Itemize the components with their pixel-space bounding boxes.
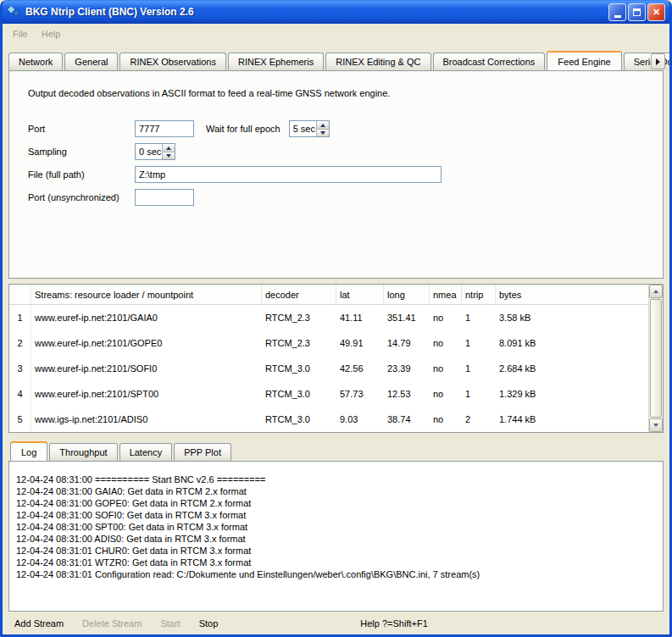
delete-stream-button[interactable]: Delete Stream bbox=[79, 617, 145, 630]
sampling-spinbox[interactable]: 0 sec bbox=[135, 143, 175, 160]
wait-epoch-label: Wait for full epoch bbox=[206, 124, 280, 134]
cell-mountpoint: www.euref-ip.net:2101/SOFI0 bbox=[31, 363, 262, 374]
header-bytes: bytes bbox=[496, 285, 648, 304]
header-nmea: nmea bbox=[430, 285, 462, 304]
spin-up-button[interactable] bbox=[316, 121, 329, 129]
tab-rinex-observations[interactable]: RINEX Observations bbox=[119, 53, 225, 70]
row-number: 2 bbox=[9, 330, 31, 356]
port-input[interactable] bbox=[135, 120, 194, 137]
cell-ntrip: 1 bbox=[462, 338, 496, 348]
streams-table: Streams: resource loader / mountpoint de… bbox=[8, 284, 664, 433]
cell-nmea: no bbox=[430, 363, 462, 374]
spin-down-button[interactable] bbox=[162, 152, 175, 159]
cell-nmea: no bbox=[430, 313, 462, 323]
spin-up-button[interactable] bbox=[162, 144, 175, 152]
maximize-button[interactable] bbox=[628, 3, 646, 21]
window-title: BKG Ntrip Client (BNC) Version 2.6 bbox=[25, 6, 608, 18]
cell-bytes: 2.684 kB bbox=[496, 363, 648, 374]
tab-latency[interactable]: Latency bbox=[119, 443, 173, 461]
log-line: 12-04-24 08:31:00 SOFI0: Get data in RTC… bbox=[16, 509, 656, 521]
cell-bytes: 1.329 kB bbox=[496, 389, 648, 399]
tab-broadcast-corrections[interactable]: Broadcast Corrections bbox=[433, 53, 546, 70]
cell-bytes: 1.744 kB bbox=[496, 414, 648, 424]
main-tab-bar: Network General RINEX Observations RINEX… bbox=[3, 44, 669, 70]
tab-log[interactable]: Log bbox=[10, 441, 47, 461]
scrollbar-thumb[interactable] bbox=[650, 299, 662, 418]
tab-rinex-editing-qc[interactable]: RINEX Editing & QC bbox=[325, 53, 430, 70]
cell-ntrip: 1 bbox=[462, 313, 496, 323]
menu-help[interactable]: Help bbox=[35, 26, 68, 42]
log-line: 12-04-24 08:31:00 ========== Start BNC v… bbox=[16, 474, 656, 485]
close-icon: ✕ bbox=[653, 7, 660, 18]
tab-ppp-plot[interactable]: PPP Plot bbox=[174, 443, 231, 461]
menu-bar: File Help bbox=[3, 24, 669, 44]
cell-long: 23.39 bbox=[384, 363, 430, 374]
add-stream-button[interactable]: Add Stream bbox=[11, 617, 67, 630]
table-row[interactable]: 3 www.euref-ip.net:2101/SOFI0 RTCM_3.0 4… bbox=[9, 356, 648, 381]
arrow-up-icon bbox=[653, 290, 658, 293]
cell-long: 38.74 bbox=[384, 414, 430, 424]
table-row[interactable]: 4 www.euref-ip.net:2101/SPT00 RTCM_3.0 5… bbox=[9, 381, 648, 407]
tab-throughput[interactable]: Throughput bbox=[49, 443, 117, 461]
stop-button[interactable]: Stop bbox=[196, 617, 222, 630]
cell-mountpoint: www.euref-ip.net:2101/SPT00 bbox=[31, 389, 262, 399]
help-hint: Help ?=Shift+F1 bbox=[360, 618, 428, 629]
table-row[interactable]: 2 www.euref-ip.net:2101/GOPE0 RTCM_2.3 4… bbox=[9, 330, 648, 356]
table-row[interactable]: 5 www.igs-ip.net:2101/ADIS0 RTCM_3.0 9.0… bbox=[9, 407, 648, 432]
table-scrollbar[interactable] bbox=[648, 285, 663, 432]
scroll-down-button[interactable] bbox=[649, 418, 663, 432]
spin-down-button[interactable] bbox=[316, 129, 329, 136]
scrollbar-track[interactable] bbox=[649, 298, 663, 418]
log-line: 12-04-24 08:31:00 ADIS0: Get data in RTC… bbox=[16, 533, 656, 545]
cell-mountpoint: www.euref-ip.net:2101/GOPE0 bbox=[31, 338, 262, 348]
header-long: long bbox=[384, 285, 430, 304]
tab-rinex-ephemeris[interactable]: RINEX Ephemeris bbox=[228, 53, 324, 70]
tab-feed-engine[interactable]: Feed Engine bbox=[547, 51, 621, 70]
window-controls: ✕ bbox=[608, 3, 665, 21]
tab-network[interactable]: Network bbox=[8, 53, 63, 70]
header-mountpoint: Streams: resource loader / mountpoint bbox=[31, 285, 262, 304]
menu-file[interactable]: File bbox=[6, 26, 35, 42]
streams-grid: Streams: resource loader / mountpoint de… bbox=[9, 285, 648, 432]
sampling-value: 0 sec bbox=[136, 144, 162, 159]
arrow-down-icon bbox=[653, 424, 658, 427]
log-line: 12-04-24 08:31:01 Configuration read: C:… bbox=[16, 568, 656, 580]
cell-bytes: 3.58 kB bbox=[496, 313, 648, 323]
log-line: 12-04-24 08:31:01 CHUR0: Get data in RTC… bbox=[16, 545, 656, 557]
log-line: 12-04-24 08:31:00 GAIA0: Get data in RTC… bbox=[16, 485, 656, 497]
close-button[interactable]: ✕ bbox=[647, 3, 665, 21]
cell-lat: 41.11 bbox=[336, 313, 384, 323]
cell-ntrip: 1 bbox=[462, 389, 496, 399]
start-button[interactable]: Start bbox=[157, 617, 183, 630]
spin-buttons bbox=[316, 121, 329, 136]
log-panel[interactable]: 12-04-24 08:31:00 ========== Start BNC v… bbox=[8, 461, 664, 612]
feed-engine-description: Output decoded observations in ASCII for… bbox=[28, 88, 651, 98]
table-header-row: Streams: resource loader / mountpoint de… bbox=[9, 285, 648, 305]
row-number: 4 bbox=[9, 381, 31, 407]
chevron-right-icon bbox=[656, 58, 660, 65]
cell-decoder: RTCM_3.0 bbox=[262, 414, 336, 424]
tab-general[interactable]: General bbox=[64, 53, 118, 70]
wait-epoch-spinbox[interactable]: 5 sec bbox=[289, 120, 330, 137]
app-window: BKG Ntrip Client (BNC) Version 2.6 ✕ Fil… bbox=[0, 0, 672, 637]
file-path-row: File (full path) bbox=[28, 166, 651, 183]
log-line: 12-04-24 08:31:00 GOPE0: Get data in RTC… bbox=[16, 497, 656, 509]
table-row[interactable]: 1 www.euref-ip.net:2101/GAIA0 RTCM_2.3 4… bbox=[9, 305, 648, 330]
cell-mountpoint: www.igs-ip.net:2101/ADIS0 bbox=[31, 414, 262, 424]
header-decoder: decoder bbox=[262, 285, 336, 304]
port-unsync-input[interactable] bbox=[135, 189, 194, 206]
scroll-up-button[interactable] bbox=[649, 285, 663, 298]
cell-nmea: no bbox=[430, 338, 462, 348]
sampling-row: Sampling 0 sec bbox=[28, 143, 651, 160]
cell-long: 12.53 bbox=[384, 389, 430, 399]
title-bar[interactable]: BKG Ntrip Client (BNC) Version 2.6 ✕ bbox=[3, 0, 669, 24]
cell-nmea: no bbox=[430, 389, 462, 399]
row-number: 5 bbox=[9, 407, 31, 432]
minimize-button[interactable] bbox=[608, 3, 626, 21]
wait-epoch-value: 5 sec bbox=[290, 121, 316, 136]
tab-scroll-right-button[interactable] bbox=[651, 53, 665, 69]
file-path-input[interactable] bbox=[135, 166, 442, 183]
log-line: 12-04-24 08:31:00 SPT00: Get data in RTC… bbox=[16, 521, 656, 533]
sampling-label: Sampling bbox=[28, 147, 135, 157]
arrow-down-icon bbox=[320, 131, 325, 135]
